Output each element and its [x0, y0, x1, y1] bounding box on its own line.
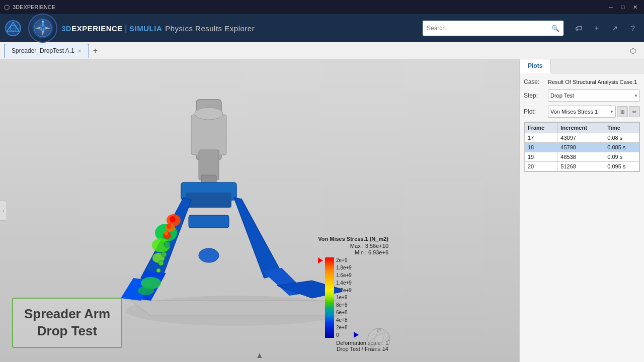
right-panel: Plots Case: Result Of Structural Analysi… — [519, 59, 644, 362]
tab-plots[interactable]: Plots — [520, 59, 551, 73]
chevron-right-icon: › — [3, 208, 4, 213]
add-button[interactable]: ＋ — [590, 21, 604, 35]
svg-point-33 — [138, 286, 154, 295]
legend-value-7: 6e+8 — [336, 310, 352, 315]
cell-time: 0.09 s — [604, 152, 639, 162]
legend-max: Max : 3.56e+10 — [318, 243, 388, 249]
rotation-widget-svg: ◀ ▲ — [366, 327, 391, 352]
help-button[interactable]: ? — [626, 21, 640, 35]
brand-text: 3D EXPERIENCE | SIMULIA Physics Results … — [61, 23, 255, 34]
plot-icon-btn-1[interactable]: ⊞ — [617, 106, 628, 117]
svg-marker-9 — [131, 301, 342, 316]
tab-bar: Spreader_DropTest A.1 ✕ + ⬡ — [0, 42, 644, 59]
svg-point-27 — [167, 224, 172, 229]
table-row[interactable]: 19 48538 0.09 s — [525, 152, 639, 162]
legend-max-arrow — [318, 257, 323, 263]
brand-experience: EXPERIENCE — [71, 24, 123, 33]
legend-min-arrow — [354, 332, 359, 338]
main-area: › — [0, 59, 644, 362]
tab-close-button[interactable]: ✕ — [77, 48, 82, 54]
cell-time: 0.095 s — [604, 162, 639, 171]
legend-value-9: 2e+8 — [336, 325, 352, 330]
cell-time: 0.085 s — [604, 143, 639, 152]
table-scroll[interactable]: Frame Increment Time 17 43097 0.08 s 18 … — [524, 122, 639, 171]
plot-select[interactable]: Von Mises Stress.1 — [548, 106, 616, 118]
step-select[interactable]: Drop Test — [548, 89, 640, 102]
table-row[interactable]: 18 45798 0.085 s — [525, 143, 639, 152]
svg-rect-16 — [186, 193, 231, 208]
plot-row: Plot: Von Mises Stress.1 ⊞ ✏ — [524, 106, 640, 118]
rotation-widget[interactable]: ◀ ▲ — [366, 327, 391, 352]
app-icon: ⬡ — [4, 4, 10, 11]
legend-value-3: 1.4e+9 — [336, 280, 352, 286]
bottom-nav-icon[interactable]: ▲ — [256, 351, 264, 360]
step-select-container: Drop Test — [548, 89, 640, 102]
svg-rect-11 — [191, 115, 226, 155]
tag-button[interactable]: 🏷 — [572, 21, 586, 35]
svg-point-39 — [156, 268, 160, 273]
legend-value-1: 1.8e+9 — [336, 265, 352, 270]
tab-spreader[interactable]: Spreader_DropTest A.1 ✕ — [4, 44, 89, 58]
window-controls: ─ □ ✕ — [606, 2, 640, 12]
svg-point-35 — [199, 248, 219, 262]
share-button[interactable]: ↗ — [608, 21, 622, 35]
cell-time: 0.08 s — [604, 133, 639, 143]
search-icon[interactable]: 🔍 — [551, 25, 559, 32]
legend-color-bar — [325, 257, 334, 338]
plot-select-wrapper: Von Mises Stress.1 — [548, 106, 616, 118]
brand-3d: 3D — [61, 24, 71, 33]
table-row[interactable]: 17 43097 0.08 s — [525, 133, 639, 143]
model-label-line2: Drop Test — [24, 323, 110, 340]
col-time: Time — [604, 123, 639, 133]
legend-value-8: 4e+8 — [336, 317, 352, 323]
svg-text:8.1: 8.1 — [41, 28, 45, 30]
step-row: Step: Drop Test — [524, 89, 640, 102]
legend-value-5: 1e+9 — [336, 295, 352, 300]
model-label-line1: Spreader Arm — [24, 306, 110, 323]
maximize-button[interactable]: □ — [618, 2, 628, 12]
compass-inner: N 8.1 — [33, 18, 53, 38]
cell-increment: 48538 — [557, 152, 604, 162]
svg-rect-34 — [189, 215, 229, 228]
case-value: Result Of Structural Analysis Case.1 — [548, 79, 640, 85]
frame-table: Frame Increment Time 17 43097 0.08 s 18 … — [524, 122, 639, 171]
cell-frame: 20 — [525, 162, 557, 171]
svg-point-43 — [377, 329, 380, 332]
svg-point-37 — [162, 252, 167, 257]
cell-increment: 45798 — [557, 143, 604, 152]
panel-tabs: Plots — [520, 59, 644, 73]
legend-bar-container: 2e+9 1.8e+9 1.6e+9 1.4e+9 1.2e+9 1e+9 8e… — [318, 257, 388, 338]
plot-select-container: Von Mises Stress.1 ⊞ ✏ — [548, 106, 640, 118]
plot-label: Plot: — [524, 108, 546, 115]
brand-module: Physics Results Explorer — [165, 24, 255, 33]
cell-increment: 43097 — [557, 133, 604, 143]
compass-widget[interactable]: N 8.1 — [28, 14, 57, 43]
tab-label: Spreader_DropTest A.1 — [12, 47, 74, 54]
title-bar: ⬡ 3DEXPERIENCE ─ □ ✕ — [0, 0, 644, 14]
plot-icon-btn-2[interactable]: ✏ — [629, 106, 640, 117]
brand-logo[interactable] — [4, 19, 22, 37]
panel-expand-button[interactable]: ⬡ — [626, 44, 640, 58]
search-input[interactable] — [427, 25, 549, 32]
svg-text:N: N — [42, 20, 44, 23]
col-frame: Frame — [525, 123, 557, 133]
viewport[interactable]: › — [0, 59, 519, 362]
legend-value-4: 1.2e+9 — [336, 288, 352, 293]
table-row[interactable]: 20 51268 0.095 s — [525, 162, 639, 171]
svg-text:▲: ▲ — [387, 338, 390, 341]
compass-svg: N 8.1 — [34, 19, 52, 37]
svg-point-26 — [170, 216, 176, 222]
nav-bar: N 8.1 3D EXPERIENCE | SIMULIA Physics Re… — [0, 14, 644, 42]
sidebar-collapse-handle[interactable]: › — [0, 201, 7, 221]
close-button[interactable]: ✕ — [630, 2, 640, 12]
minimize-button[interactable]: ─ — [606, 2, 616, 12]
case-row: Case: Result Of Structural Analysis Case… — [524, 78, 640, 85]
panel-body: Case: Result Of Structural Analysis Case… — [520, 73, 644, 362]
legend-value-10: 0 — [336, 332, 352, 338]
legend-title: Von Mises Stress.1 (N_m2) — [318, 236, 388, 242]
cell-frame: 17 — [525, 133, 557, 143]
cell-frame: 19 — [525, 152, 557, 162]
tab-add-button[interactable]: + — [90, 46, 101, 55]
logo-icon — [5, 20, 21, 36]
brand-separator: | — [125, 23, 127, 34]
